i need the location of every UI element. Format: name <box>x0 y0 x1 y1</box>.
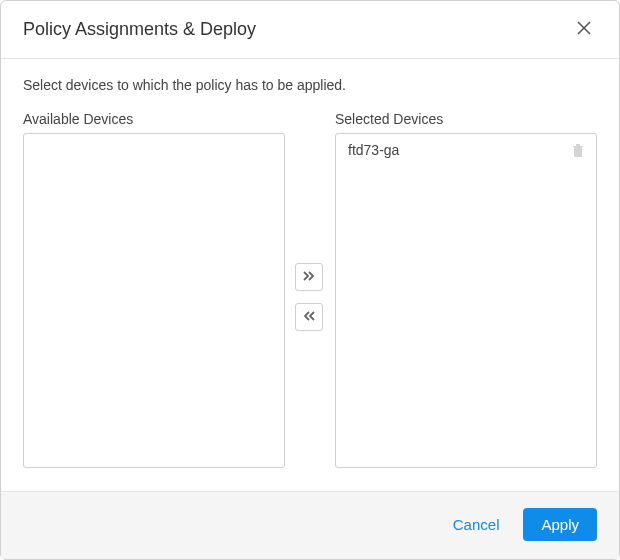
close-button[interactable] <box>571 15 597 44</box>
cancel-button[interactable]: Cancel <box>445 510 508 539</box>
chevrons-right-icon <box>302 269 316 286</box>
dialog-header: Policy Assignments & Deploy <box>1 1 619 59</box>
device-transfer: Available Devices <box>23 111 597 481</box>
dialog-body: Select devices to which the policy has t… <box>1 59 619 491</box>
apply-button[interactable]: Apply <box>523 508 597 541</box>
selected-devices-label: Selected Devices <box>335 111 597 127</box>
move-left-button[interactable] <box>295 303 323 331</box>
dialog-footer: Cancel Apply <box>1 491 619 559</box>
chevrons-left-icon <box>302 309 316 326</box>
device-name: ftd73-ga <box>348 142 399 158</box>
instruction-text: Select devices to which the policy has t… <box>23 77 597 93</box>
available-devices-listbox[interactable] <box>23 133 285 468</box>
selected-devices-column: Selected Devices ftd73-ga <box>335 111 597 468</box>
dialog-title: Policy Assignments & Deploy <box>23 19 256 40</box>
close-icon <box>575 19 593 40</box>
trash-icon[interactable] <box>572 143 584 157</box>
available-devices-label: Available Devices <box>23 111 285 127</box>
selected-devices-listbox[interactable]: ftd73-ga <box>335 133 597 468</box>
transfer-arrows <box>295 133 325 481</box>
list-item[interactable]: ftd73-ga <box>336 134 596 166</box>
available-devices-column: Available Devices <box>23 111 285 468</box>
policy-assignments-dialog: Policy Assignments & Deploy Select devic… <box>0 0 620 560</box>
move-right-button[interactable] <box>295 263 323 291</box>
